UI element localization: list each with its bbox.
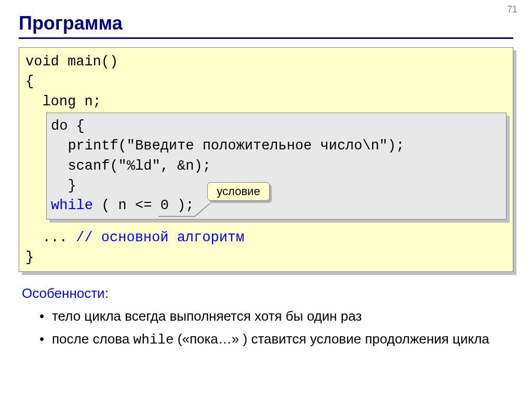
code-line: ... // основной алгоритм [19, 228, 513, 248]
callout-body: условие [207, 182, 270, 201]
callout-connector [158, 201, 216, 222]
list-item: после слова while («пока…» ) ставится ус… [39, 330, 513, 350]
bullet-text: после слова [52, 331, 134, 347]
page-title: Программа [19, 12, 513, 34]
code-line: while ( n <= 0 ); [51, 196, 502, 215]
code-block-body: void main() { long n; do { printf("Введи… [19, 47, 513, 272]
features-list: тело цикла всегда выполняется хотя бы од… [39, 307, 513, 350]
code-line: } [51, 176, 502, 196]
bullet-text: («пока…» ) ставится условие продолжения … [174, 331, 489, 347]
list-item: тело цикла всегда выполняется хотя бы од… [39, 307, 513, 326]
title-underline [19, 37, 513, 39]
code-block: void main() { long n; do { printf("Введи… [19, 47, 513, 272]
code-line: } [19, 248, 513, 267]
keyword-while: while [51, 198, 93, 213]
code-line: void main() [19, 52, 513, 72]
code-line: printf("Введите положительное число\n"); [51, 136, 502, 156]
page-number: 71 [507, 4, 517, 15]
code-comment: // основной алгоритм [76, 230, 244, 245]
code-line: do { [51, 116, 502, 136]
inner-code-block: do { printf("Введите положительное число… [46, 113, 507, 219]
features-heading: Особенности: [22, 285, 513, 301]
code-line: scanf("%ld", &n); [51, 156, 502, 176]
callout-label: условие [217, 183, 260, 199]
bullet-mono: while [134, 332, 174, 348]
inner-code-body: do { printf("Введите положительное число… [46, 113, 507, 219]
callout: условие [207, 182, 270, 201]
code-line: long n; [19, 92, 513, 112]
code-text: ... [25, 230, 76, 245]
code-line: { [19, 72, 513, 91]
